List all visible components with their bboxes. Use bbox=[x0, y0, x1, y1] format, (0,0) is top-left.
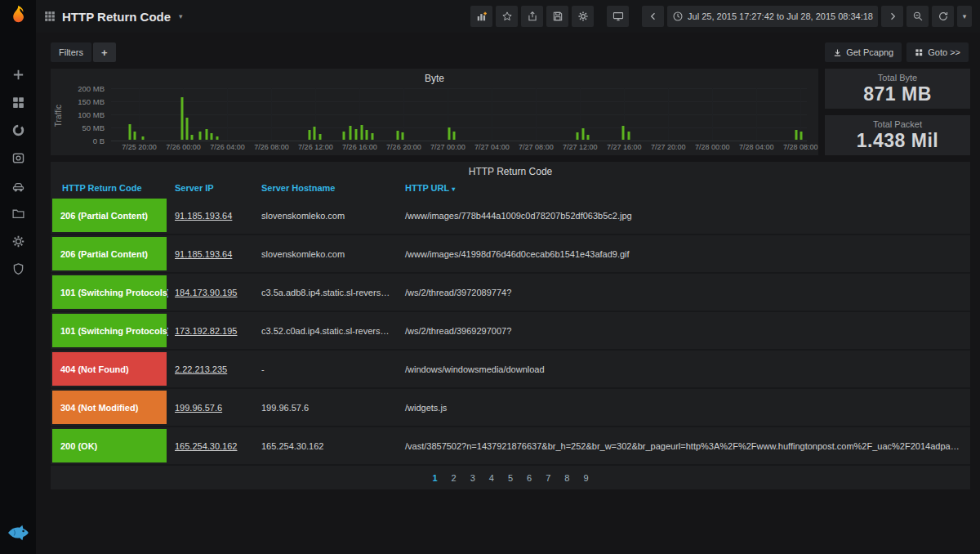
main-content: Filters + Get Pcapng Goto >> Byte Traffi… bbox=[36, 33, 980, 554]
return-code-chip: 404 (Not Found) bbox=[52, 352, 167, 386]
traffic-bar bbox=[198, 132, 201, 140]
goto-label: Goto >> bbox=[928, 47, 960, 57]
refresh-interval-dropdown[interactable]: ▾ bbox=[957, 6, 972, 27]
column-header-server-ip[interactable]: Server IP bbox=[168, 177, 255, 197]
save-icon bbox=[552, 11, 564, 22]
traffic-bar bbox=[343, 132, 345, 140]
column-header-return-code[interactable]: HTTP Return Code bbox=[51, 177, 168, 197]
column-label: HTTP Return Code bbox=[62, 183, 142, 193]
page-number[interactable]: 6 bbox=[527, 473, 532, 483]
chart-panel-title[interactable]: Byte bbox=[51, 69, 818, 84]
server-ip-link[interactable]: 91.185.193.64 bbox=[175, 211, 232, 221]
settings-button[interactable] bbox=[572, 6, 594, 27]
camera-icon[interactable] bbox=[11, 150, 25, 165]
car-icon[interactable] bbox=[11, 178, 25, 193]
refresh-button[interactable] bbox=[932, 6, 954, 27]
return-code-chip: 101 (Switching Protocols) bbox=[52, 314, 167, 347]
folder-icon[interactable] bbox=[11, 206, 25, 221]
total-packet-panel: Total Packet 1.438 Mil bbox=[825, 115, 970, 155]
url-cell: /vast/3857502?n=1437921876637&br_h=252&b… bbox=[399, 427, 970, 465]
page-number[interactable]: 9 bbox=[583, 473, 588, 483]
server-ip-link[interactable]: 184.173.90.195 bbox=[175, 288, 237, 297]
server-ip-link[interactable]: 165.254.30.162 bbox=[175, 441, 237, 451]
page-number[interactable]: 4 bbox=[489, 473, 494, 483]
return-code-chip: 206 (Partial Content) bbox=[52, 237, 167, 270]
traffic-bar bbox=[800, 132, 803, 140]
hostname-cell: c3.5a.adb8.ip4.static.sl-reverse.com bbox=[255, 273, 399, 311]
traffic-bar bbox=[795, 130, 797, 140]
gear-icon[interactable] bbox=[11, 234, 25, 248]
url-cell: /www/images/778b444a1009c0d78207b52df063… bbox=[399, 197, 970, 235]
gridline bbox=[111, 114, 807, 115]
dashboards-icon[interactable] bbox=[11, 95, 25, 109]
column-header-url[interactable]: HTTP URL▾ bbox=[399, 177, 970, 197]
hostname-cell: slovenskomleko.com bbox=[255, 235, 399, 273]
gridline bbox=[536, 88, 537, 141]
return-code-chip: 101 (Switching Protocols) bbox=[52, 275, 167, 309]
flame-logo-icon[interactable] bbox=[8, 5, 28, 31]
stat-value: 1.438 Mil bbox=[825, 130, 970, 152]
navbar-actions: Jul 25, 2015 17:27:42 to Jul 28, 2015 08… bbox=[470, 6, 972, 27]
chevron-right-icon bbox=[887, 11, 898, 22]
sidebar bbox=[0, 0, 36, 554]
refresh-icon bbox=[938, 11, 949, 22]
save-button[interactable] bbox=[546, 6, 568, 27]
byte-chart-panel: Byte Traffic 200 MB150 MB100 MB50 MB0 B … bbox=[51, 69, 818, 155]
y-tick-label: 150 MB bbox=[78, 97, 105, 106]
page-number[interactable]: 2 bbox=[452, 473, 457, 483]
get-pcapng-label: Get Pcapng bbox=[846, 47, 893, 57]
star-button[interactable] bbox=[496, 6, 518, 27]
column-header-hostname[interactable]: Server Hostname bbox=[255, 177, 399, 197]
y-tick-label: 100 MB bbox=[78, 110, 105, 119]
hostname-cell: c3.52.c0ad.ip4.static.sl-reverse.com bbox=[255, 311, 399, 350]
add-filter-button[interactable]: + bbox=[93, 42, 116, 62]
table-row: 304 (Not Modified)199.96.57.6199.96.57.6… bbox=[51, 388, 970, 427]
server-ip-link[interactable]: 2.22.213.235 bbox=[175, 364, 227, 374]
page-number[interactable]: 8 bbox=[564, 473, 569, 483]
time-back-button[interactable] bbox=[642, 6, 664, 27]
time-range-text: Jul 25, 2015 17:27:42 to Jul 28, 2015 08… bbox=[688, 11, 873, 21]
server-ip-link[interactable]: 199.96.57.6 bbox=[175, 403, 222, 413]
page-number[interactable]: 7 bbox=[546, 473, 550, 483]
donut-chart-icon[interactable] bbox=[11, 123, 25, 137]
fish-logo-icon[interactable] bbox=[7, 525, 29, 544]
traffic-bar bbox=[129, 124, 131, 140]
gridline bbox=[227, 88, 228, 141]
shield-icon[interactable] bbox=[11, 261, 25, 276]
traffic-bar bbox=[216, 136, 219, 140]
time-forward-button[interactable] bbox=[881, 6, 903, 27]
sort-caret-icon: ▾ bbox=[452, 185, 455, 193]
table-row: 404 (Not Found)2.22.213.235-/windows/win… bbox=[51, 350, 970, 388]
page-number[interactable]: 3 bbox=[470, 473, 475, 483]
tv-mode-button[interactable] bbox=[607, 6, 629, 27]
x-tick-label: 7/27 04:00 bbox=[474, 143, 510, 151]
return-code-cell: 200 (OK) bbox=[51, 427, 168, 465]
page-title: HTTP Return Code bbox=[62, 10, 171, 24]
dashboard-picker[interactable]: HTTP Return Code ▾ bbox=[44, 10, 183, 24]
stat-title[interactable]: Total Byte bbox=[825, 69, 970, 83]
filters-button[interactable]: Filters bbox=[51, 42, 91, 62]
page-number[interactable]: 1 bbox=[432, 473, 437, 483]
time-range-button[interactable]: Jul 25, 2015 17:27:42 to Jul 28, 2015 08… bbox=[667, 6, 878, 27]
server-ip-cell: 91.185.193.64 bbox=[168, 197, 255, 235]
server-ip-link[interactable]: 173.192.82.195 bbox=[175, 326, 237, 336]
y-axis-labels: 200 MB150 MB100 MB50 MB0 B bbox=[64, 88, 105, 141]
x-tick-label: 7/28 00:00 bbox=[695, 143, 730, 151]
page-number[interactable]: 5 bbox=[508, 473, 513, 483]
share-button[interactable] bbox=[521, 6, 543, 27]
server-ip-link[interactable]: 91.185.193.64 bbox=[175, 249, 232, 259]
y-tick-label: 0 B bbox=[93, 136, 105, 145]
zoom-out-button[interactable] bbox=[906, 6, 929, 27]
x-tick-label: 7/26 00:00 bbox=[166, 143, 201, 151]
table-panel-title[interactable]: HTTP Return Code bbox=[51, 162, 970, 177]
stat-title[interactable]: Total Packet bbox=[825, 115, 970, 129]
column-label: HTTP URL bbox=[405, 183, 449, 193]
add-icon[interactable] bbox=[11, 67, 25, 82]
x-tick-label: 7/26 12:00 bbox=[298, 143, 333, 151]
gridline bbox=[111, 101, 807, 102]
add-panel-button[interactable] bbox=[470, 6, 492, 27]
goto-button[interactable]: Goto >> bbox=[906, 42, 969, 62]
get-pcapng-button[interactable]: Get Pcapng bbox=[825, 42, 902, 62]
table-row: 101 (Switching Protocols)184.173.90.195c… bbox=[51, 273, 970, 311]
url-cell: /windows/windowsmedia/download bbox=[399, 350, 970, 388]
